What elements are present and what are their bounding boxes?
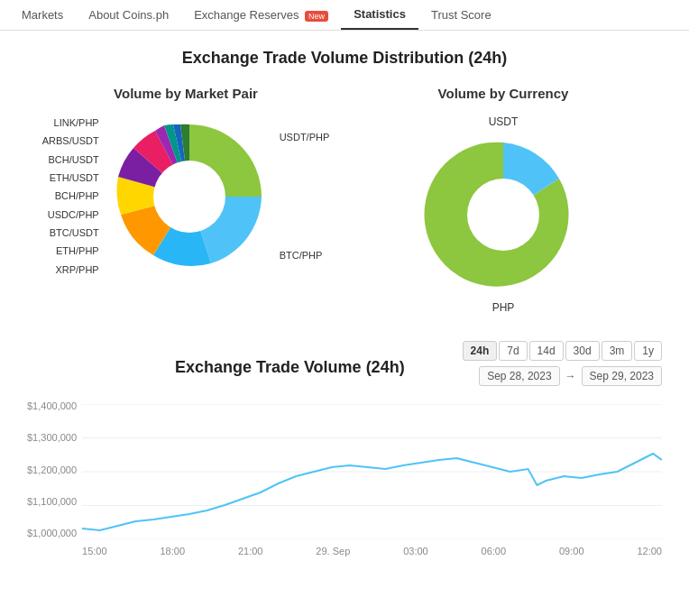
pie-label-eth-php: ETH/PHP bbox=[56, 244, 99, 258]
left-chart-container: Volume by Market Pair LINK/PHP ARBS/USDT… bbox=[33, 86, 338, 278]
svg-point-0 bbox=[153, 161, 225, 233]
left-pie-labels: LINK/PHP ARBS/USDT BCH/USDT ETH/USDT BCH… bbox=[42, 116, 99, 278]
pie-label-usdc: USDC/PHP bbox=[48, 208, 99, 222]
nav-exchange-reserves[interactable]: Exchange Reserves New bbox=[181, 1, 341, 29]
period-buttons: 24h 7d 14d 30d 3m 1y bbox=[463, 341, 662, 361]
date-range: Sep 28, 2023 → Sep 29, 2023 bbox=[479, 366, 662, 386]
distribution-title: Exchange Trade Volume Distribution (24h) bbox=[27, 49, 662, 68]
y-axis-labels: $1,400,000 $1,300,000 $1,200,000 $1,100,… bbox=[27, 400, 82, 556]
line-chart-svg bbox=[82, 404, 662, 539]
pie-label-btc-php: BTC/PHP bbox=[280, 249, 323, 262]
y-label-1300: $1,300,000 bbox=[27, 432, 77, 443]
main-nav: Markets About Coins.ph Exchange Reserves… bbox=[0, 0, 689, 31]
period-wrap: 24h 7d 14d 30d 3m 1y Sep 28, 2023 → Sep … bbox=[463, 341, 662, 393]
pie-label-eth-usdt: ETH/USDT bbox=[50, 171, 99, 185]
pie-label-bch-php: BCH/PHP bbox=[55, 189, 99, 203]
pie-label-usdt-php: USDT/PHP bbox=[280, 131, 330, 144]
right-donut-chart bbox=[422, 133, 584, 296]
volume-title-wrap: Exchange Trade Volume (24h) bbox=[117, 358, 463, 377]
x-axis-labels: 15:00 18:00 21:00 29. Sep 03:00 06:00 09… bbox=[82, 546, 662, 556]
right-chart-usdt-label: USDT bbox=[489, 115, 519, 128]
left-chart-title: Volume by Market Pair bbox=[114, 86, 258, 101]
date-from: Sep 28, 2023 bbox=[479, 366, 559, 386]
y-label-1000: $1,000,000 bbox=[27, 528, 77, 538]
period-btn-30d[interactable]: 30d bbox=[565, 341, 600, 361]
period-btn-14d[interactable]: 14d bbox=[529, 341, 564, 361]
nav-about[interactable]: About Coins.ph bbox=[76, 1, 181, 29]
period-btn-24h[interactable]: 24h bbox=[463, 341, 498, 361]
main-content: Exchange Trade Volume Distribution (24h)… bbox=[0, 31, 689, 575]
period-btn-3m[interactable]: 3m bbox=[602, 341, 633, 361]
volume-section: Exchange Trade Volume (24h) 24h 7d 14d 3… bbox=[27, 341, 662, 556]
date-to: Sep 29, 2023 bbox=[582, 366, 662, 386]
right-chart-title: Volume by Currency bbox=[438, 86, 569, 101]
y-label-1200: $1,200,000 bbox=[27, 464, 77, 475]
left-donut-chart bbox=[108, 115, 271, 278]
pie-label-bch-usdt: BCH/USDT bbox=[48, 153, 98, 167]
nav-statistics[interactable]: Statistics bbox=[341, 0, 418, 30]
new-badge: New bbox=[305, 11, 328, 22]
period-btn-1y[interactable]: 1y bbox=[634, 341, 662, 361]
x-label-1500: 15:00 bbox=[82, 546, 107, 556]
pie-label-xrp: XRP/PHP bbox=[55, 263, 98, 277]
x-label-1800: 18:00 bbox=[160, 546, 185, 556]
y-label-1100: $1,100,000 bbox=[27, 496, 77, 507]
x-label-29sep: 29. Sep bbox=[316, 546, 350, 556]
x-label-0300: 03:00 bbox=[403, 546, 428, 556]
volume-title: Exchange Trade Volume (24h) bbox=[117, 358, 463, 377]
period-btn-7d[interactable]: 7d bbox=[499, 341, 527, 361]
line-chart-wrap: $1,400,000 $1,300,000 $1,200,000 $1,100,… bbox=[27, 400, 662, 556]
svg-point-1 bbox=[467, 179, 539, 251]
pie-label-arbs: ARBS/USDT bbox=[42, 134, 99, 148]
right-pie-area: USDT PHP bbox=[422, 115, 584, 314]
pie-label-btc-usdt: BTC/USDT bbox=[50, 226, 99, 240]
line-chart-container bbox=[82, 404, 662, 542]
left-pie-area: LINK/PHP ARBS/USDT BCH/USDT ETH/USDT BCH… bbox=[42, 115, 330, 278]
x-label-2100: 21:00 bbox=[238, 546, 263, 556]
nav-trust-score[interactable]: Trust Score bbox=[418, 1, 504, 29]
pie-label-link: LINK/PHP bbox=[54, 116, 99, 130]
y-label-1400: $1,400,000 bbox=[27, 400, 77, 411]
x-label-0900: 09:00 bbox=[559, 546, 584, 556]
right-chart-container: Volume by Currency USDT PHP bbox=[351, 86, 656, 314]
x-label-1200: 12:00 bbox=[637, 546, 662, 556]
nav-markets[interactable]: Markets bbox=[9, 1, 76, 29]
charts-row: Volume by Market Pair LINK/PHP ARBS/USDT… bbox=[27, 86, 662, 314]
volume-header: Exchange Trade Volume (24h) 24h 7d 14d 3… bbox=[27, 341, 662, 393]
right-chart-php-label: PHP bbox=[492, 301, 515, 314]
x-label-0600: 06:00 bbox=[482, 546, 507, 556]
right-pie-right-labels: USDT/PHP BTC/PHP bbox=[280, 131, 330, 262]
date-arrow: → bbox=[565, 370, 576, 382]
chart-body: 15:00 18:00 21:00 29. Sep 03:00 06:00 09… bbox=[82, 400, 662, 556]
